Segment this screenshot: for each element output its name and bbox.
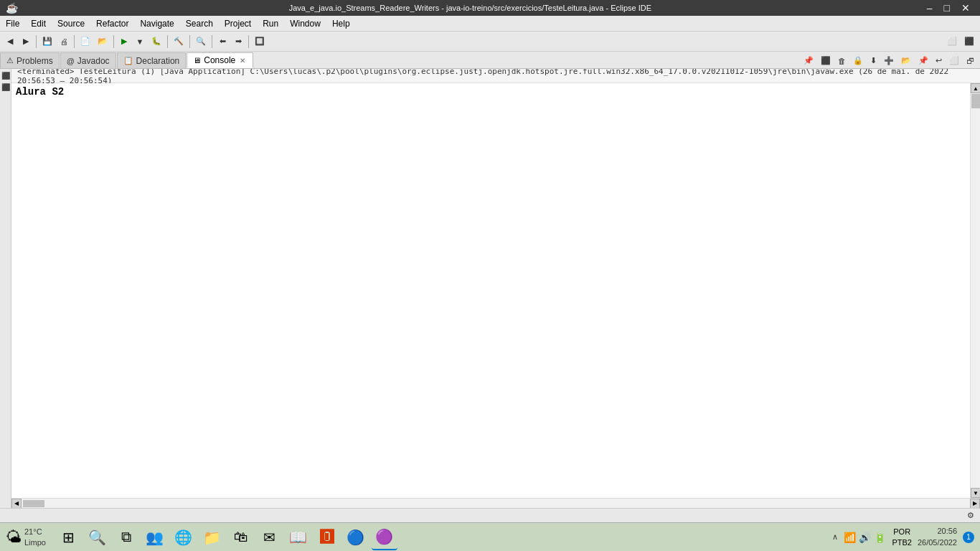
toolbar-debug[interactable]: 🐛 xyxy=(149,34,164,50)
tab-toolbar-scroll-end[interactable]: ⬇ xyxy=(867,55,880,67)
toolbar-sep-6 xyxy=(212,35,212,48)
close-button[interactable]: ✕ xyxy=(957,0,974,16)
hscroll-left-arrow[interactable]: ◀ xyxy=(11,499,22,509)
tab-problems[interactable]: ⚠ Problems xyxy=(0,52,60,68)
menu-project[interactable]: Project xyxy=(219,16,257,32)
menu-help[interactable]: Help xyxy=(326,16,356,32)
tab-declaration[interactable]: 📋 Declaration xyxy=(117,52,187,68)
tab-console[interactable]: 🖥 Console ✕ xyxy=(187,52,253,68)
taskbar-store[interactable]: 🛍 xyxy=(228,524,254,550)
taskbar-apps: ⊞ 🔍 ⧉ 👥 🌐 📁 🛍 ✉ 📖 xyxy=(56,524,825,550)
toolbar-run[interactable]: ▶ xyxy=(117,34,131,50)
toolbar-search-btn[interactable]: 🔍 xyxy=(193,34,209,50)
toolbar-right: ⬜ ⬛ xyxy=(944,34,977,50)
scroll-down-arrow[interactable]: ▼ xyxy=(971,488,980,498)
explorer-icon: 📁 xyxy=(203,529,221,546)
taskbar-left: 🌤 21°C Limpo xyxy=(6,527,46,547)
toolbar-maximize-view[interactable]: ⬜ xyxy=(944,34,960,50)
maximize-button[interactable]: □ xyxy=(940,0,954,16)
panel-area: ⚠ Problems @ Javadoc 📋 Declaration 🖥 Con… xyxy=(0,52,980,508)
tab-toolbar-minimize[interactable]: 🗗 xyxy=(963,55,977,67)
taskbar-office[interactable]: 🅾 xyxy=(314,524,340,550)
vertical-scrollbar[interactable]: ▲ ▼ xyxy=(970,83,980,498)
weather-icon: 🌤 xyxy=(6,528,22,547)
editor-panel-area: ⚠ Problems @ Javadoc 📋 Declaration 🖥 Con… xyxy=(0,52,980,508)
tab-toolbar-right: 📌 ⬛ 🗑 🔒 ⬇ ➕ 📂 📌 ↩ ⬜ 🗗 xyxy=(801,55,980,68)
toolbar-sep-2 xyxy=(74,35,75,48)
menu-edit[interactable]: Edit xyxy=(25,16,52,32)
taskbar-teams[interactable]: 👥 xyxy=(142,524,168,550)
taskbar-search[interactable]: 🔍 xyxy=(85,524,110,550)
toolbar-forward[interactable]: ▶ xyxy=(19,34,33,50)
taskbar-taskview[interactable]: ⧉ xyxy=(113,524,139,550)
toolbar-print[interactable]: 🖨 xyxy=(57,34,71,50)
statusbar-settings-icon[interactable]: ⚙ xyxy=(967,511,974,520)
title-bar-icon: ☕ xyxy=(6,2,18,14)
show-hidden-icons[interactable]: ∧ xyxy=(829,531,841,543)
office-icon: 🅾 xyxy=(320,529,334,545)
taskbar-explorer[interactable]: 📁 xyxy=(199,524,225,550)
tab-toolbar-new-console[interactable]: ➕ xyxy=(881,55,897,67)
taskbar-start[interactable]: ⊞ xyxy=(56,524,82,550)
menu-search[interactable]: Search xyxy=(180,16,219,32)
tab-console-label: Console xyxy=(204,55,235,65)
menu-file[interactable]: File xyxy=(0,16,25,32)
toolbar-back[interactable]: ◀ xyxy=(3,34,17,50)
toolbar-restore-view[interactable]: ⬛ xyxy=(961,34,977,50)
strip-btn-1[interactable]: ⬛ xyxy=(1,70,11,80)
toolbar-open[interactable]: 📂 xyxy=(95,34,110,50)
minimize-button[interactable]: – xyxy=(923,0,937,16)
clock[interactable]: 20:56 26/05/2022 xyxy=(918,526,957,548)
toolbar-sep-5 xyxy=(189,35,190,48)
tab-toolbar-scroll-lock[interactable]: 🔒 xyxy=(850,55,866,67)
toolbar-sep-1 xyxy=(36,35,37,48)
menu-run[interactable]: Run xyxy=(257,16,284,32)
taskbar-mail[interactable]: ✉ xyxy=(257,524,283,550)
tab-toolbar-maximize[interactable]: ⬜ xyxy=(946,55,962,67)
menu-source[interactable]: Source xyxy=(52,16,90,32)
scroll-thumb[interactable] xyxy=(971,94,980,108)
menu-refactor[interactable]: Refactor xyxy=(90,16,134,32)
notification-count: 1 xyxy=(966,533,971,541)
store-icon: 🛍 xyxy=(234,529,248,545)
menu-bar: File Edit Source Refactor Navigate Searc… xyxy=(0,16,980,32)
menu-navigate[interactable]: Navigate xyxy=(134,16,179,32)
toolbar-navigate-back[interactable]: ⬅ xyxy=(215,34,230,50)
toolbar-new[interactable]: 📄 xyxy=(77,34,93,50)
tab-toolbar-pin2[interactable]: 📌 xyxy=(915,55,931,67)
language-region[interactable]: POR PTB2 xyxy=(892,527,912,547)
strip-btn-2[interactable]: ⬛ xyxy=(1,82,11,92)
hscroll-thumb[interactable] xyxy=(23,500,44,507)
taskview-icon: ⧉ xyxy=(121,529,131,545)
tab-toolbar-word-wrap[interactable]: ↩ xyxy=(933,55,945,67)
taskbar-reader[interactable]: 📖 xyxy=(286,524,311,550)
weather-desc: Limpo xyxy=(24,537,46,547)
toolbar-run-dropdown[interactable]: ▼ xyxy=(133,34,147,50)
tab-javadoc-label: Javadoc xyxy=(77,56,110,66)
menu-window[interactable]: Window xyxy=(284,16,326,32)
tab-bar: ⚠ Problems @ Javadoc 📋 Declaration 🖥 Con… xyxy=(0,52,980,69)
toolbar-navigate-fwd[interactable]: ➡ xyxy=(231,34,245,50)
toolbar-sep-3 xyxy=(113,35,114,48)
tab-toolbar-pin[interactable]: 📌 xyxy=(801,55,816,67)
tab-javadoc[interactable]: @ Javadoc xyxy=(60,52,116,68)
tab-toolbar-clear[interactable]: 🗑 xyxy=(835,55,849,67)
taskbar-chrome[interactable]: 🔵 xyxy=(343,524,369,550)
toolbar-build[interactable]: 🔨 xyxy=(171,34,187,50)
titlebar-controls: – □ ✕ xyxy=(923,0,974,16)
scroll-up-arrow[interactable]: ▲ xyxy=(971,83,980,93)
tab-toolbar-terminate[interactable]: ⬛ xyxy=(818,55,834,67)
eclipse-icon: 🟣 xyxy=(375,528,393,545)
console-close-icon[interactable]: ✕ xyxy=(238,57,247,65)
toolbar-save[interactable]: 💾 xyxy=(39,34,55,50)
taskbar-edge[interactable]: 🌐 xyxy=(171,524,197,550)
battery-icon: 🔋 xyxy=(874,532,886,543)
toolbar-perspective[interactable]: 🔲 xyxy=(252,34,268,50)
statusbar-right: ⚙ xyxy=(967,511,974,520)
horizontal-scrollbar[interactable]: ◀ ▶ xyxy=(11,498,980,508)
hscroll-right-arrow[interactable]: ▶ xyxy=(970,499,980,509)
tab-toolbar-open-console[interactable]: 📂 xyxy=(898,55,914,67)
taskbar-eclipse[interactable]: 🟣 xyxy=(372,524,397,550)
clock-date: 26/05/2022 xyxy=(918,537,957,548)
notification-badge[interactable]: 1 xyxy=(963,532,974,543)
